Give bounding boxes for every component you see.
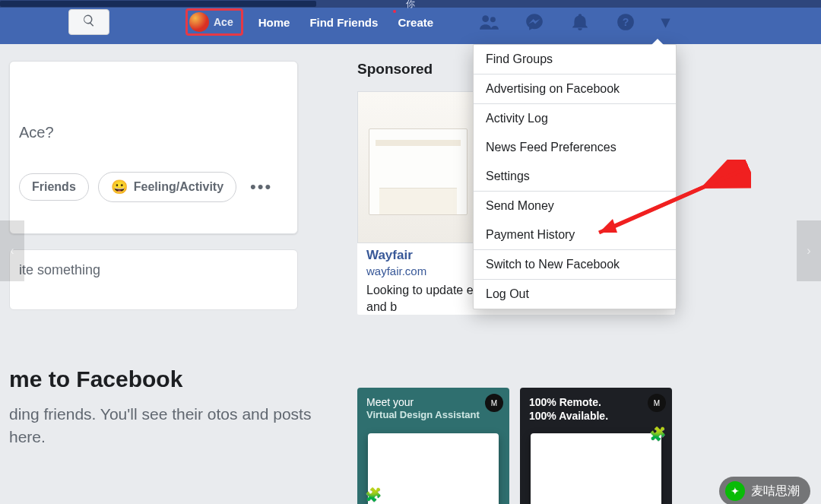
ad-image	[357, 91, 479, 243]
dropdown-switch-new-fb[interactable]: Switch to New Facebook	[474, 250, 676, 279]
svg-point-0	[482, 15, 489, 22]
ad2-panel	[368, 433, 499, 504]
friends-label: Friends	[32, 180, 76, 194]
account-dropdown: Find Groups Advertising on Facebook Acti…	[473, 44, 677, 309]
welcome-body: ding friends. You'll see their otos and …	[9, 403, 328, 449]
profile-chip[interactable]: Ace	[185, 8, 243, 36]
dropdown-find-groups[interactable]: Find Groups	[474, 45, 676, 74]
composer-placeholder[interactable]: Ace?	[19, 75, 288, 172]
composer-pill-row: Friends 😀 Feeling/Activity •••	[19, 172, 288, 202]
wechat-watermark: ✦ 麦咭思潮	[719, 477, 810, 504]
welcome-heading: me to Facebook	[9, 366, 328, 392]
post-composer-card: Ace? Friends 😀 Feeling/Activity •••	[9, 61, 298, 234]
brand-badge-icon: M	[648, 394, 666, 412]
composer-more-icon[interactable]: •••	[250, 177, 272, 197]
profile-name: Ace	[214, 16, 233, 28]
nav-create[interactable]: Create	[398, 16, 433, 29]
wechat-icon: ✦	[725, 481, 745, 501]
avatar	[189, 12, 209, 32]
welcome-block: me to Facebook ding friends. You'll see …	[9, 366, 328, 449]
brand-badge-icon: M	[485, 394, 503, 412]
ad3-panel	[531, 433, 661, 504]
sponsored-ad-modsy[interactable]: Meet your Virtual Design Assistant M 🧩	[357, 388, 509, 504]
svg-point-1	[490, 17, 496, 22]
ad3-line2: 100% Available.	[520, 409, 672, 423]
write-something-text: ite something	[19, 262, 100, 277]
puzzle-icon: 🧩	[649, 426, 666, 442]
ad2-sub: Virtual Design Assistant	[357, 409, 509, 420]
puzzle-icon: 🧩	[365, 487, 382, 503]
watermark-text: 麦咭思潮	[751, 483, 800, 499]
horizontal-scrollbar-track: 你	[0, 0, 821, 8]
top-marker: 你	[406, 0, 415, 11]
write-something-card[interactable]: ite something	[9, 249, 298, 310]
dropdown-payment-history[interactable]: Payment History	[474, 220, 676, 249]
carousel-prev-button[interactable]: ‹	[0, 220, 24, 281]
feeling-label: Feeling/Activity	[134, 180, 223, 194]
sponsored-ad-row: Meet your Virtual Design Assistant M 🧩 1…	[357, 388, 675, 504]
dropdown-activity-log[interactable]: Activity Log	[474, 104, 676, 133]
feeling-activity-pill[interactable]: 😀 Feeling/Activity	[98, 172, 236, 202]
tag-friends-pill[interactable]: Friends	[19, 173, 89, 201]
horizontal-scrollbar-thumb[interactable]	[0, 1, 316, 7]
chevron-left-icon: ‹	[10, 244, 14, 258]
dropdown-news-feed-prefs[interactable]: News Feed Preferences	[474, 133, 676, 162]
search-icon	[82, 14, 96, 30]
desk-illustration	[369, 128, 468, 215]
svg-text:?: ?	[623, 16, 629, 28]
account-menu-caret-icon[interactable]: ▾	[661, 12, 670, 32]
dropdown-settings[interactable]: Settings	[474, 162, 676, 191]
smiley-icon: 😀	[111, 179, 128, 195]
messenger-icon[interactable]	[525, 12, 544, 32]
nav-home[interactable]: Home	[258, 16, 290, 29]
dropdown-advertising[interactable]: Advertising on Facebook	[474, 74, 676, 103]
carousel-next-button[interactable]: ›	[797, 220, 821, 281]
friend-requests-icon[interactable]	[479, 12, 499, 32]
sponsored-ad-remote[interactable]: 100% Remote. 100% Available. M 🧩	[520, 388, 672, 504]
nav-find-friends[interactable]: Find Friends	[309, 16, 378, 29]
dropdown-send-money[interactable]: Send Money	[474, 192, 676, 220]
notifications-icon[interactable]	[570, 12, 590, 32]
help-icon[interactable]: ?	[616, 12, 636, 32]
search-button[interactable]	[68, 9, 109, 35]
dropdown-log-out[interactable]: Log Out	[474, 280, 676, 309]
chevron-right-icon: ›	[807, 244, 810, 258]
main-content: Ace? Friends 😀 Feeling/Activity ••• ite …	[9, 61, 807, 504]
